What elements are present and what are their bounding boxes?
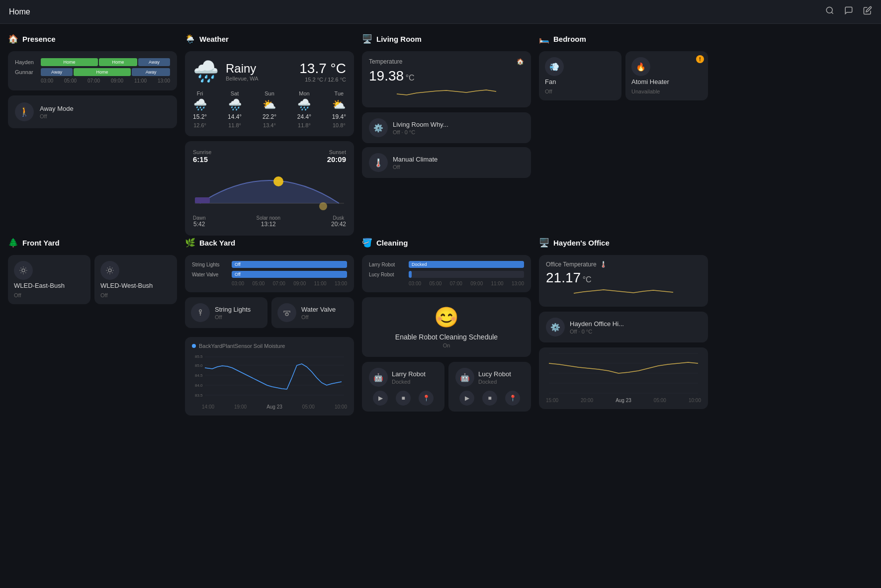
water-valve-sub: Off xyxy=(301,314,336,320)
living-room-emoji: 🖥️ xyxy=(362,34,372,44)
larry-robot-header: 🤖 Larry Robot Docked xyxy=(369,368,438,387)
office-temp-label-text: Office Temperature xyxy=(546,261,597,268)
living-room-section: 🖥️ Living Room Temperature 🏠 19.38 °C ⚙️… xyxy=(362,32,531,236)
lucy-controls: ▶ ■ 📍 xyxy=(455,391,524,406)
hayden-hi-sub: Off · 0 °C xyxy=(570,329,624,335)
svg-text:84.0: 84.0 xyxy=(195,383,203,388)
chat-icon[interactable] xyxy=(844,6,853,17)
back-yard-header: 🌿 Back Yard xyxy=(185,236,354,250)
weather-section: 🌦️ Weather 🌧️ Rainy Bellevue, WA 13.7 °C… xyxy=(185,32,354,236)
living-room-title: Living Room xyxy=(376,35,422,43)
hayden-hi-card[interactable]: ⚙️ Hayden Office Hi... Off · 0 °C xyxy=(539,312,708,342)
manual-climate-sub: Off xyxy=(393,164,438,170)
office-history-chart xyxy=(546,353,701,393)
soil-time-labels: 14:00 19:00 Aug 23 05:00 10:00 xyxy=(192,404,347,410)
lucy-locate-btn[interactable]: 📍 xyxy=(505,391,520,406)
living-room-why-sub: Off · 0 °C xyxy=(393,129,448,135)
front-yard-title: Front Yard xyxy=(22,239,60,247)
living-room-why-card[interactable]: ⚙️ Living Room Why... Off · 0 °C xyxy=(362,112,531,143)
larry-robot-status: Docked xyxy=(392,379,426,385)
lucy-stop-btn[interactable]: ■ xyxy=(482,391,497,406)
lucy-robot-header: 🤖 Lucy Robot Docked xyxy=(455,368,524,387)
dawn-block: Dawn 5:42 xyxy=(193,215,206,228)
heater-sub: Unavailable xyxy=(631,88,660,94)
office-title: Hayden's Office xyxy=(553,239,610,247)
dawn-label: Dawn xyxy=(193,215,206,221)
string-lights-info: String Lights Off xyxy=(215,306,251,320)
office-temp-card[interactable]: Office Temperature 🌡️ 21.17 °C xyxy=(539,255,708,307)
schedule-bar-gunnar: Away Home Away xyxy=(41,68,170,76)
fan-icon: 💨 xyxy=(545,57,564,76)
temp-value-row: 19.38 °C xyxy=(369,68,524,84)
presence-section: 🏠 Presence Hayden Home Home Away Gunnar … xyxy=(8,32,177,236)
wled-west-card[interactable]: WLED-West-Bush Off xyxy=(94,255,177,304)
wled-east-card[interactable]: WLED-East-Bush Off xyxy=(8,255,90,304)
sun-times-bottom: Dawn 5:42 Solar noon 13:12 Dusk 20:42 xyxy=(193,215,346,228)
string-lights-sub: Off xyxy=(215,314,251,320)
presence-emoji: 🏠 xyxy=(8,34,18,44)
living-room-header: 🖥️ Living Room xyxy=(362,32,531,46)
lucy-robot-card[interactable]: 🤖 Lucy Robot Docked ▶ ■ 📍 xyxy=(448,362,531,412)
larry-robot-info: Larry Robot Docked xyxy=(392,370,426,385)
string-lights-timeline: String Lights Off xyxy=(192,261,347,268)
wled-west-sub: Off xyxy=(100,292,107,298)
temp-unit: °C xyxy=(406,74,415,82)
heater-badge: ! xyxy=(696,55,704,63)
solar-noon-block: Solar noon 13:12 xyxy=(257,215,280,228)
larry-robot-card[interactable]: 🤖 Larry Robot Docked ▶ ■ 📍 xyxy=(362,362,444,412)
search-icon[interactable] xyxy=(825,6,834,17)
solar-noon-time: 13:12 xyxy=(257,221,280,228)
water-valve-card[interactable]: Water Valve Off xyxy=(271,297,354,328)
away-mode-label: Away Mode xyxy=(40,105,74,112)
sunrise-label: Sunrise xyxy=(193,149,211,155)
weather-city: Bellevue, WA xyxy=(226,76,259,82)
soil-chart-title: BackYardPlantSensor Soil Moisture xyxy=(192,343,347,349)
water-valve-timeline-label: Water Valve xyxy=(192,272,232,277)
cleaning-emoji: 🪣 xyxy=(362,238,372,248)
front-yard-emoji: 🌲 xyxy=(8,238,18,248)
office-temp-label: Office Temperature 🌡️ xyxy=(546,261,701,268)
weather-header: 🌦️ Weather xyxy=(185,32,354,46)
svg-point-5 xyxy=(22,269,25,272)
away-mode-card[interactable]: 🚶 Away Mode Off xyxy=(8,95,177,128)
hayden-hi-icon: ⚙️ xyxy=(546,318,565,336)
living-room-temp-card[interactable]: Temperature 🏠 19.38 °C xyxy=(362,51,531,107)
dawn-time: 5:42 xyxy=(193,221,206,228)
heater-card[interactable]: ! 🔥 Atomi Heater Unavailable xyxy=(625,51,708,100)
forecast-tue: Tue ⛅ 19.4° 10.8° xyxy=(332,90,346,128)
wled-east-icon xyxy=(14,261,33,280)
schedule-name-gunnar: Gunnar xyxy=(15,69,41,75)
office-chart-time-labels: 15:00 20:00 Aug 23 05:00 10:00 xyxy=(546,398,701,403)
string-lights-card[interactable]: String Lights Off xyxy=(185,297,267,328)
front-yard-cards: WLED-East-Bush Off WLED-West-Bush Off xyxy=(8,255,177,308)
larry-play-btn[interactable]: ▶ xyxy=(373,391,388,406)
forecast-mon: Mon 🌧️ 24.4° 11.8° xyxy=(297,90,311,128)
lucy-play-btn[interactable]: ▶ xyxy=(459,391,474,406)
enable-robot-card[interactable]: 😊 Enable Robot Cleaning Schedule On xyxy=(362,297,531,357)
presence-header: 🏠 Presence xyxy=(8,32,177,46)
manual-climate-card[interactable]: 🌡️ Manual Climate Off xyxy=(362,147,531,178)
cleaning-timeline-card: Larry Robot Docked Lucy Robot 03:00 05:0… xyxy=(362,255,531,292)
enable-robot-label: Enable Robot Cleaning Schedule xyxy=(395,333,498,341)
larry-timeline: Larry Robot Docked xyxy=(369,261,524,268)
presence-title: Presence xyxy=(22,35,56,43)
svg-point-3 xyxy=(319,202,327,210)
larry-locate-btn[interactable]: 📍 xyxy=(419,391,434,406)
topbar-actions xyxy=(825,6,872,17)
living-room-why-name: Living Room Why... xyxy=(393,121,448,128)
fan-card[interactable]: 💨 Fan Off xyxy=(539,51,621,100)
edit-icon[interactable] xyxy=(863,6,872,17)
soil-chart-label: BackYardPlantSensor Soil Moisture xyxy=(199,343,285,349)
sun-arc-container xyxy=(193,168,346,212)
seg-gunnar-home: Home xyxy=(74,68,131,76)
hayden-hi-info: Hayden Office Hi... Off · 0 °C xyxy=(570,320,624,335)
wled-east-sub: Off xyxy=(14,292,21,298)
svg-text:85.5: 85.5 xyxy=(195,354,203,359)
heater-icon: 🔥 xyxy=(631,57,650,76)
svg-text:83.5: 83.5 xyxy=(195,393,203,398)
larry-robot-icon: 🤖 xyxy=(369,368,388,387)
lucy-timeline: Lucy Robot xyxy=(369,271,524,278)
weather-main-card: 🌧️ Rainy Bellevue, WA 13.7 °C 15.2 °C / … xyxy=(185,51,354,136)
dusk-label: Dusk xyxy=(331,215,346,221)
larry-stop-btn[interactable]: ■ xyxy=(396,391,411,406)
